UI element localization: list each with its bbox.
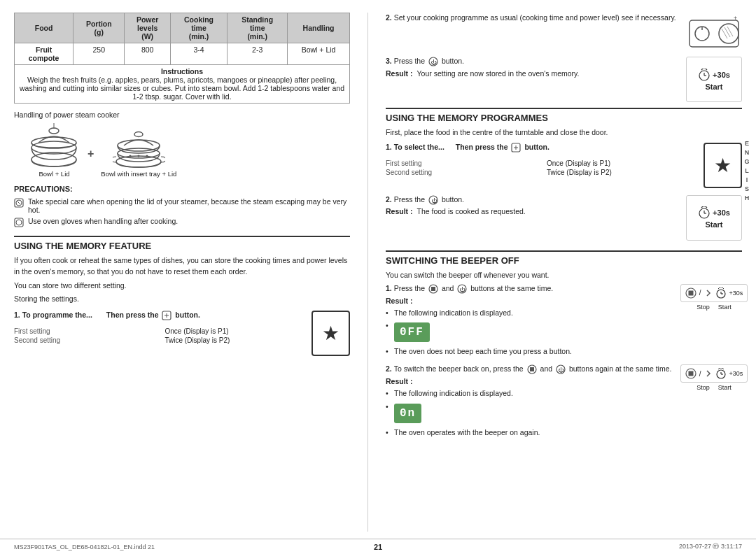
right-step3-btn: button. bbox=[442, 57, 464, 65]
beeper-and: and bbox=[442, 284, 454, 292]
timer-icon bbox=[698, 69, 710, 81]
handling-section: Handling of power steam cooker bbox=[14, 111, 350, 178]
result-step3: Result : Your setting are now stored in … bbox=[386, 69, 680, 78]
beeper-bullet4: The oven operates with the beeper on aga… bbox=[386, 427, 680, 439]
beeper-start-icon: ⏻ bbox=[457, 284, 467, 294]
bowl-tray-lid-block: Bowl with insert tray + Lid bbox=[101, 123, 176, 178]
table-header-standing: Standingtime(min.) bbox=[227, 13, 288, 43]
mem-prog-table: First setting Once (Display is P1) Secon… bbox=[386, 159, 701, 176]
step1-table: First setting Once (Display is P1) Secon… bbox=[14, 327, 309, 344]
start-btn-top: +30s bbox=[698, 69, 730, 81]
mem-prog-result-label: Result : bbox=[386, 207, 413, 215]
svg-rect-46 bbox=[688, 290, 693, 295]
svg-rect-42 bbox=[431, 287, 435, 291]
step1-content: 1. To programme the... Then press the bu… bbox=[14, 311, 309, 356]
beeper-bullet-list1: The following indication is displayed. 0… bbox=[386, 308, 680, 358]
beeper-result1: Result : bbox=[386, 297, 680, 305]
beeper-stopstart-display2: / +30s bbox=[686, 364, 742, 391]
result-text-3: Your setting are now stored in the oven'… bbox=[417, 69, 580, 78]
beeper-step1-text2: buttons at the same time. bbox=[470, 284, 553, 292]
second-setting-label: Second setting bbox=[14, 336, 158, 344]
start-button-display: +30s Start bbox=[686, 57, 742, 102]
table-header-food: Food bbox=[15, 13, 74, 43]
start-label: Start bbox=[705, 83, 722, 91]
cooking-value: 3-4 bbox=[170, 43, 227, 65]
beeper-step2-text: To switch the beeper back on, press the bbox=[394, 364, 524, 373]
beeper-step2: 2. To switch the beeper back on, press t… bbox=[386, 364, 742, 441]
page-footer: MS23F901TAS_OL_DE68-04182L-01_EN.indd 21… bbox=[0, 539, 756, 554]
svg-point-8 bbox=[137, 155, 139, 157]
result-label-3: Result : bbox=[386, 69, 413, 78]
beeper-stop-icon bbox=[428, 284, 438, 294]
beeper-stopstart-display1: / +30s bbox=[686, 284, 742, 311]
beeper-and2: and bbox=[540, 364, 553, 373]
beeper-result2: Result : bbox=[386, 377, 680, 385]
start-label-beeper2: Start bbox=[718, 384, 732, 391]
start-label-beeper: Start bbox=[718, 304, 732, 311]
bowl-tray-lid-label: Bowl with insert tray + Lid bbox=[101, 170, 176, 178]
handling-title: Handling of power steam cooker bbox=[14, 111, 350, 119]
prog-button-icon bbox=[162, 311, 172, 320]
beeper-step1-text: Press the bbox=[394, 284, 425, 292]
memory-programmes-section: USING THE MEMORY PROGRAMMES First, place… bbox=[386, 108, 742, 243]
beeper-bullet2: The oven does not beep each time you pre… bbox=[386, 346, 680, 357]
precaution-icon-1 bbox=[14, 198, 24, 208]
svg-point-3 bbox=[49, 128, 59, 134]
right-step2-text: Set your cooking programme as usual (coo… bbox=[394, 13, 676, 22]
svg-point-21 bbox=[719, 24, 738, 43]
svg-line-24 bbox=[727, 27, 733, 36]
beeper-bullet-list2: The following indication is displayed. 0… bbox=[386, 388, 680, 439]
beeper-step2-text2: buttons again at the same time. bbox=[569, 364, 672, 373]
step1-then: Then press the button. bbox=[106, 311, 200, 320]
bowl-lid-block: Bowl + Lid bbox=[28, 123, 80, 178]
mem-prog-btn-icon bbox=[511, 143, 521, 152]
step1-label: 1. To programme the... bbox=[14, 311, 92, 320]
precautions-title: PRECAUTIONS: bbox=[14, 185, 350, 193]
precautions-section: PRECAUTIONS: Take special care when open… bbox=[14, 185, 350, 227]
mem-prog-result: Result : The food is cooked as requested… bbox=[386, 207, 680, 215]
precaution-icon-2 bbox=[14, 218, 24, 227]
table-header-power: Powerlevels(W) bbox=[125, 13, 170, 43]
first-setting-value: Once (Display is P1) bbox=[165, 327, 309, 335]
svg-text:+: + bbox=[734, 15, 737, 22]
plus30-label: +30s bbox=[713, 71, 730, 79]
beeper-result1-label: Result : bbox=[386, 297, 413, 305]
memory-programmes-intro: First, place the food in the centre of t… bbox=[386, 127, 742, 138]
footer-right: 2013-07-27 ⓜ 3:11:17 bbox=[499, 542, 742, 551]
slash-icon1 bbox=[704, 289, 713, 297]
power-value: 800 bbox=[125, 43, 170, 65]
mem-prog-start-top: +30s bbox=[698, 206, 730, 219]
bowl-lid-label: Bowl + Lid bbox=[38, 170, 69, 178]
memory-card: ★ bbox=[312, 311, 350, 356]
svg-rect-55 bbox=[688, 371, 693, 376]
right-step3-text: Press the bbox=[394, 57, 425, 65]
right-top-svg: + bbox=[688, 15, 741, 50]
svg-point-9 bbox=[146, 155, 148, 157]
beeper-result2-label: Result : bbox=[386, 377, 413, 385]
mem-prog-plus30: +30s bbox=[713, 208, 730, 217]
beeper-step1: 1. Press the and ⏻ buttons at the same t… bbox=[386, 284, 742, 361]
standing-value: 2-3 bbox=[227, 43, 288, 65]
table-header-cooking: Cookingtime(min.) bbox=[170, 13, 227, 43]
english-label: ENGLISH bbox=[743, 140, 750, 204]
right-top-illustration: + bbox=[686, 13, 742, 51]
stop-label2: Stop bbox=[696, 384, 710, 391]
first-setting-label: First setting bbox=[14, 327, 158, 335]
memory-feature-intro2: You can store two different setting. bbox=[14, 280, 350, 292]
start-btn-inner: +30s Start bbox=[698, 69, 730, 91]
beeper2-stop-icon bbox=[527, 364, 537, 374]
precaution-item-1: Take special care when opening the lid o… bbox=[14, 197, 350, 214]
mem-first-label: First setting bbox=[386, 159, 540, 167]
svg-text:⏻: ⏻ bbox=[430, 59, 437, 66]
mem-step2-icon: ⏻ bbox=[428, 195, 438, 205]
left-column: Food Portion(g) Powerlevels(W) Cookingti… bbox=[14, 13, 350, 532]
mem-prog-step2-text: Press the bbox=[394, 195, 425, 204]
memory-feature-heading: USING THE MEMORY FEATURE bbox=[14, 236, 350, 251]
food-table: Food Portion(g) Powerlevels(W) Cookingti… bbox=[14, 13, 350, 104]
memory-steps: 1. To programme the... Then press the bu… bbox=[14, 311, 350, 356]
table-header-handling: Handling bbox=[288, 13, 350, 43]
mem-prog-step1-label: 1. To select the... bbox=[386, 143, 444, 152]
bowl-tray-lid-image bbox=[113, 123, 165, 169]
svg-point-11 bbox=[134, 132, 143, 137]
mem-second-label: Second setting bbox=[386, 169, 540, 176]
